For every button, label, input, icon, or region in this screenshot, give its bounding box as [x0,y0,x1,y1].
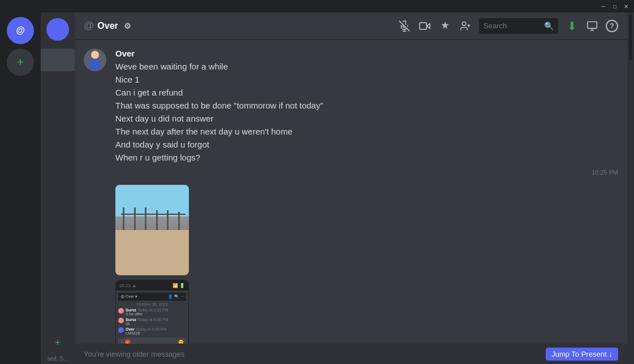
message-line-7: And today y said u forgot [115,138,618,150]
jump-to-present-button[interactable]: Jump To Present ↓ [546,348,618,361]
channel-name-partial[interactable]: sed, S... [41,353,75,364]
avatar-spacer [84,180,106,344]
channel-title: @ Over ⚙ [84,20,131,32]
jump-label: Jump To Present [551,350,606,358]
help-icon[interactable]: ? [606,20,618,32]
message-line-6: The next day after the next day u weren'… [115,125,618,137]
channel-settings-icon[interactable]: ⚙ [124,21,131,31]
screenshot-preview[interactable]: 20:23 ▲ 📶 🔋 @ Over ▾ 👤 🔍 ··· October 30,… [115,280,189,344]
screenshot-header-bar: 20:23 ▲ 📶 🔋 [116,280,188,291]
channel-sidebar: + sed, S... [41,12,75,364]
message-line-2: Nice 1 [115,73,618,85]
inner-message-1: Survz Today at 2:22 PM 3 for offer [118,308,186,316]
inner-message-3: Over Today at 8:36 PM LM4226 [118,327,186,335]
channel-name: Over [97,21,118,31]
image-message-group: 20:23 ▲ 📶 🔋 @ Over ▾ 👤 🔍 ··· October 30,… [84,180,618,344]
message-line-8: When r u getting logs? [115,151,618,163]
message-line-1: Weve been waiting for a while [115,60,618,72]
search-icon: 🔍 [544,21,554,31]
close-button[interactable]: ✕ [623,3,629,10]
channel-list [41,46,75,332]
message-header: Over [115,49,618,58]
svg-rect-8 [588,21,597,28]
at-symbol: @ [84,20,94,32]
message-line-3: Can i get a refund [115,86,618,98]
bottom-bar: You're viewing older messages Jump To Pr… [75,344,627,364]
add-member-icon[interactable] [459,19,472,33]
inner-message-2: Survz Today at 6:00 PM ok [118,318,186,326]
message-group: Over Weve been waiting for a while Nice … [84,49,618,164]
jump-arrow-icon: ↓ [609,350,613,358]
message-line-4: That was supposed to be done "tommorow i… [115,99,618,111]
titlebar: ─ □ ✕ [0,0,634,12]
viewing-older-label: You're viewing older messages [84,350,184,358]
message-line-5: Next day u did not answer [115,112,618,124]
mute-icon[interactable] [398,19,411,33]
server-icon-at[interactable]: @ [7,17,34,44]
app-body: @ + + sed, S... @ Over ⚙ [0,12,634,364]
message-text: Weve been waiting for a while Nice 1 Can… [115,60,618,163]
scrollbar-thumb[interactable] [629,15,632,60]
header: @ Over ⚙ [75,12,627,40]
selected-channel-box[interactable] [41,49,75,71]
svg-rect-4 [420,23,427,29]
message-content: Over Weve been waiting for a while Nice … [115,49,618,164]
video-icon[interactable] [418,19,432,33]
scrollbar[interactable] [627,12,634,364]
avatar [84,49,106,71]
search-bar[interactable]: 🔍 [479,18,558,34]
add-channel-button[interactable]: + [41,332,75,353]
main-content: @ Over ⚙ [75,12,627,364]
screen-share-icon[interactable] [585,19,599,33]
minimize-button[interactable]: ─ [600,3,607,10]
search-input[interactable] [484,21,541,30]
svg-point-5 [462,21,466,25]
download-icon[interactable]: ⬇ [565,19,579,33]
messages-area: Over Weve been waiting for a while Nice … [75,40,627,344]
maximize-button[interactable]: □ [611,3,618,10]
pin-icon[interactable] [438,19,452,33]
add-server-button[interactable]: + [7,49,34,76]
server-sidebar: @ + [0,12,41,364]
message-username: Over [115,49,135,58]
image-attachment[interactable] [115,185,189,275]
svg-marker-3 [426,23,430,28]
inner-chat-preview: @ Over ▾ 👤 🔍 ··· October 30, 2023 Survz … [116,291,188,344]
message-timestamp: 10:25 PM [115,169,618,176]
image-content: 20:23 ▲ 📶 🔋 @ Over ▾ 👤 🔍 ··· October 30,… [115,180,618,344]
user-avatar-sidebar [46,18,69,41]
